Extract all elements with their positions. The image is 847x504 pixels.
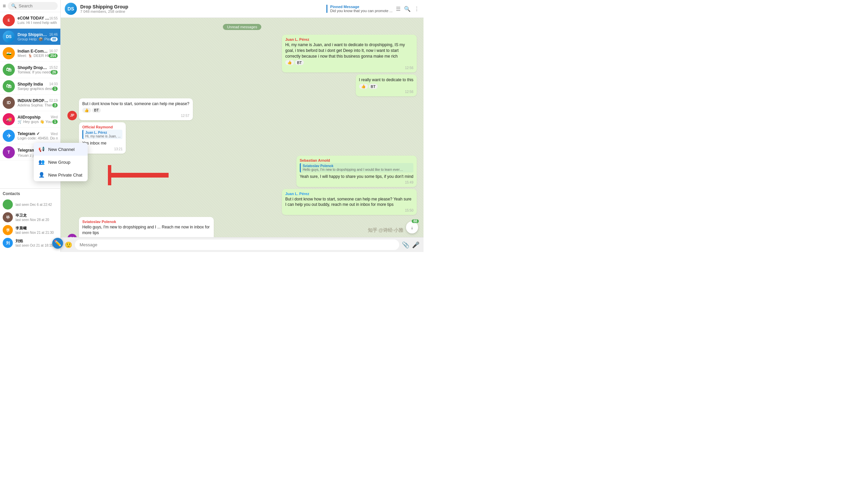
chat-preview: Group Help: 📦 Please Follow The Gro... (18, 37, 51, 41)
context-menu-item-new-group[interactable]: 👥New Group (34, 156, 88, 168)
message-row: OROfficial RaymondJuan L. PérezHi, my na… (67, 122, 417, 154)
chat-item-telegram[interactable]: ✈Telegram ✓WedLogin code: 49450. Do not … (0, 128, 60, 144)
contact-item-c2[interactable]: 毕毕卫龙last seen Nov 28 at 20 (3, 211, 58, 224)
chat-name: eCOM TODAY Ecommerce | ENG C... (18, 16, 49, 21)
message-time: 12:57 (181, 114, 190, 118)
message-bubble[interactable]: Sebastian ArnoldSviatoslav PolenokHello … (296, 156, 417, 187)
chat-time: 16:37 (49, 49, 58, 53)
message-bubble[interactable]: But i dont know how to start, someone ca… (79, 98, 193, 120)
search-box[interactable]: 🔍 (8, 2, 58, 10)
contacts-header: Contacts (3, 191, 58, 196)
message-reactions: 👍BT (359, 84, 413, 89)
message-time: 15:50 (405, 209, 413, 212)
chat-content: Drop Shipping Group16:46Group Help: 📦 Pl… (18, 32, 58, 41)
chat-name: Indian E-Commerce Wholsaler B2... (18, 49, 49, 54)
chat-badge: 1 (52, 87, 58, 91)
pinned-message[interactable]: Pinned Message Did you know that you can… (326, 5, 393, 13)
chat-header-actions: Pinned Message Did you know that you can… (326, 5, 419, 13)
reaction[interactable]: BT (295, 60, 304, 65)
new-group-label: New Group (48, 160, 70, 165)
chat-avatar: DS (3, 31, 15, 43)
message-text: Hello guys, I'm new to dropshipping and … (82, 224, 210, 236)
reaction[interactable]: 👍 (285, 60, 294, 65)
list-icon[interactable]: ☰ (396, 6, 401, 12)
chat-item-alidropship[interactable]: 🚚AliDropshipWed🛒 Hey guys 👋 You can book… (0, 111, 60, 128)
search-input[interactable] (19, 3, 54, 8)
chat-item-dropshipping[interactable]: DSDrop Shipping Group16:46Group Help: 📦 … (0, 29, 60, 45)
chat-name: Telegram ✓ (18, 131, 40, 136)
chat-item-shopify[interactable]: 🛍Shopify Dropshipping Knowledge ...15:52… (0, 62, 60, 78)
message-time: 12:56 (405, 90, 413, 94)
chat-time: 16:55 (49, 17, 58, 20)
message-bubble[interactable]: Sviatoslav PolenokHello guys, I'm new to… (79, 217, 214, 237)
context-menu-item-new-channel[interactable]: 📢New Channel (34, 143, 88, 156)
fab-button[interactable]: ✏️ (52, 238, 63, 249)
message-bubble[interactable]: Juan L. PérezBut i dont know how to star… (282, 189, 417, 215)
contact-status: last seen Oct 21 at 18:15 (16, 244, 58, 247)
pinned-text: Did you know that you can promote ... (330, 9, 393, 13)
message-bubble[interactable]: Juan L. PérezHi, my name is Juan, and i … (282, 35, 417, 72)
scroll-badge: 88 (412, 219, 419, 223)
new-private-icon: 👤 (38, 172, 45, 178)
contact-avatar: 毕 (3, 212, 13, 222)
context-menu-item-new-private[interactable]: 👤New Private Chat (34, 168, 88, 181)
chat-badge: 254 (49, 54, 58, 58)
chat-preview: Luis: Hi I need help with one store onli… (18, 21, 58, 24)
message-row: I really want to dedicate to this👍BT12:5… (67, 74, 417, 96)
message-time: 13:21 (114, 147, 122, 151)
chat-badge: 26 (51, 70, 58, 74)
reply-text: Hello guys, I'm new to dropshipping and … (303, 168, 404, 172)
chat-item-ecom[interactable]: EeCOM TODAY Ecommerce | ENG C...16:55Lui… (0, 12, 60, 29)
reaction[interactable]: BT (369, 84, 378, 89)
message-meta: 13:21 (82, 147, 122, 151)
search-header-icon[interactable]: 🔍 (404, 6, 411, 12)
attach-icon[interactable]: 📎 (402, 241, 409, 249)
contact-info: 毕卫龙last seen Nov 28 at 20 (16, 213, 58, 222)
contact-item-c3[interactable]: 李李晨曦last seen Nov 21 at 21:30 (3, 224, 58, 236)
reaction[interactable]: BT (92, 108, 101, 113)
reaction[interactable]: 👍 (359, 84, 368, 89)
chat-content: INDIAN DROPSHIPPING🚜🐻02:19Adelina Sophia… (18, 98, 58, 107)
unread-label: Unread messages (223, 24, 261, 30)
chat-item-indian[interactable]: 🇮🇳Indian E-Commerce Wholsaler B2...16:37… (0, 45, 60, 62)
chat-header: DS Drop Shipping Group 7 048 members, 25… (61, 0, 424, 18)
message-time: 12:56 (405, 66, 413, 70)
message-text: Yes inbox me (82, 141, 122, 146)
message-meta: 15:50 (285, 209, 413, 212)
emoji-icon[interactable]: 🙂 (65, 241, 72, 249)
contact-status: last seen Dec 6 at 22:42 (16, 203, 58, 206)
menu-icon[interactable]: ≡ (3, 3, 6, 9)
contact-info: 李晨曦last seen Nov 21 at 21:30 (16, 226, 58, 234)
contact-name: 刘焰 (16, 238, 58, 244)
message-sender: Juan L. Pérez (285, 37, 413, 41)
more-icon[interactable]: ⋮ (414, 6, 419, 12)
contact-status: last seen Nov 21 at 21:30 (16, 231, 58, 234)
message-reactions: 👍BT (285, 60, 413, 65)
chat-preview: 🛒 Hey guys 👋 You can book a free m... (18, 120, 52, 124)
chat-avatar: E (3, 14, 15, 26)
reply-name: Sviatoslav Polenok (303, 164, 411, 168)
chat-item-shopify-india[interactable]: 🛍Shopify India14:33Sanjay graphics desig… (0, 78, 60, 95)
message-input[interactable] (75, 239, 399, 250)
chat-time: Wed (51, 115, 58, 119)
contact-item-c4[interactable]: 刘刘焰last seen Oct 21 at 18:15 (3, 236, 58, 249)
message-text: I really want to dedicate to this (359, 77, 413, 83)
message-row: Juan L. PérezBut i dont know how to star… (67, 189, 417, 215)
message-time: 15:49 (405, 181, 413, 184)
chat-name: Drop Shipping Group (18, 32, 49, 37)
chat-avatar: T (3, 146, 15, 158)
mic-icon[interactable]: 🎤 (412, 241, 419, 249)
reaction[interactable]: 👍 (82, 108, 91, 113)
message-row: SASviatoslav PolenokHello guys, I'm new … (67, 217, 417, 237)
chat-preview: Sanjay graphics designer full time freel… (18, 87, 52, 91)
chat-preview: Adelina Sophia: There's this mining plat… (18, 103, 52, 107)
message-meta: 12:56 (359, 90, 413, 94)
chat-badge: 88 (51, 37, 58, 41)
message-bubble[interactable]: I really want to dedicate to this👍BT12:5… (356, 74, 417, 96)
chat-content: Telegram ✓WedLogin code: 49450. Do not g… (18, 131, 58, 140)
chat-item-indian-drop[interactable]: IDINDIAN DROPSHIPPING🚜🐻02:19Adelina Soph… (0, 95, 60, 111)
contact-item-c1[interactable]: last seen Dec 6 at 22:42 (3, 198, 58, 211)
chat-name: AliDropship (18, 115, 40, 120)
scroll-to-bottom-button[interactable]: 88 ↓ (406, 221, 418, 233)
chat-name: INDIAN DROPSHIPPING🚜🐻 (18, 98, 49, 103)
